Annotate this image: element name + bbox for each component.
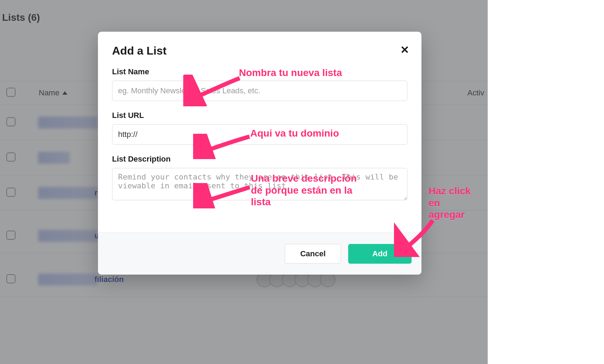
list-name-label: List Name xyxy=(112,67,407,76)
row-name-blurred xyxy=(38,187,98,199)
cancel-button-label: Cancel xyxy=(300,249,326,258)
column-header-name[interactable]: Name xyxy=(39,88,67,98)
add-button-label: Add xyxy=(372,249,388,258)
select-all-checkbox[interactable] xyxy=(6,88,16,98)
row-checkbox[interactable] xyxy=(6,152,16,163)
list-url-input[interactable] xyxy=(112,124,407,145)
add-button[interactable]: Add xyxy=(348,244,412,264)
column-header-active[interactable]: Activ xyxy=(467,88,484,98)
right-blank-area xyxy=(488,0,604,364)
row-checkbox[interactable] xyxy=(6,274,16,285)
list-name-input[interactable] xyxy=(112,81,407,101)
row-checkbox[interactable] xyxy=(6,188,16,198)
modal-title: Add a List xyxy=(112,44,407,57)
close-button[interactable]: ✕ xyxy=(397,43,412,57)
row-name-visible-fragment: filiación xyxy=(94,275,124,284)
page-title: Lists (6) xyxy=(2,12,40,23)
row-checkbox[interactable] xyxy=(6,117,16,128)
list-description-textarea[interactable] xyxy=(112,168,407,200)
row-name-blurred xyxy=(38,152,70,164)
close-icon: ✕ xyxy=(400,45,409,55)
add-list-modal: ✕ Add a List List Name List URL List Des… xyxy=(98,32,421,275)
sort-ascending-icon xyxy=(62,91,67,95)
row-name-blurred xyxy=(38,274,98,285)
list-description-label: List Description xyxy=(112,155,407,164)
row-name-visible-fragment: r xyxy=(94,188,98,197)
cancel-button[interactable]: Cancel xyxy=(285,244,341,264)
column-header-name-label: Name xyxy=(39,88,60,98)
modal-footer: Cancel Add xyxy=(98,232,421,275)
list-url-label: List URL xyxy=(112,111,407,120)
row-name-blurred xyxy=(38,230,98,242)
row-name-blurred xyxy=(38,117,98,128)
row-checkbox[interactable] xyxy=(6,231,16,241)
